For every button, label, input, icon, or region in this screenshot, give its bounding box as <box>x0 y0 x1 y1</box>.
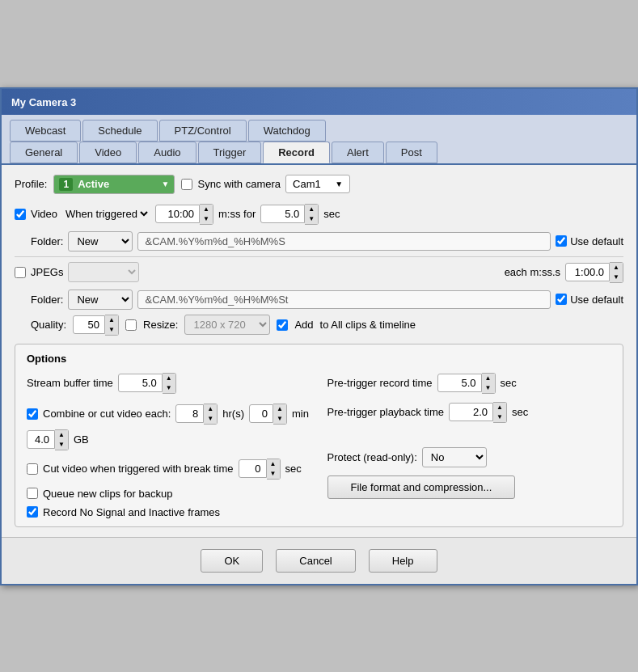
tab-webcast[interactable]: Webcast <box>10 120 81 142</box>
tab-audio[interactable]: Audio <box>138 142 196 163</box>
tab-video[interactable]: Video <box>79 142 137 163</box>
jpegs-folder-dropdown[interactable]: New Existing <box>68 290 133 310</box>
combine-hr-down[interactable]: ▼ <box>204 414 217 424</box>
video-trigger-dropdown[interactable]: When triggered Continuously No record <box>62 207 150 221</box>
video-sec-down[interactable]: ▼ <box>305 214 318 224</box>
combine-gb-input[interactable] <box>27 430 55 449</box>
pre-trigger-record-up[interactable]: ▲ <box>482 374 495 383</box>
cancel-button[interactable]: Cancel <box>276 549 355 573</box>
combine-min-input[interactable] <box>249 404 273 423</box>
video-use-default-label: Use default <box>570 235 623 247</box>
queue-checkbox[interactable] <box>27 488 38 499</box>
cam-dropdown-arrow: ▼ <box>335 180 343 188</box>
pre-trigger-record-spinner-btns: ▲ ▼ <box>482 373 496 394</box>
video-path-field: &CAM.%Y%m%d_%H%M%S <box>137 232 551 251</box>
jpegs-checkbox[interactable] <box>15 267 26 278</box>
file-format-row: File format and compression... <box>327 475 612 499</box>
quality-input[interactable] <box>73 315 105 334</box>
profile-dropdown[interactable]: 1 Active ▼ <box>53 175 175 194</box>
jpegs-time-spinner-btns: ▲ ▼ <box>610 262 623 283</box>
video-time-input[interactable] <box>155 205 200 223</box>
stream-buffer-label: Stream buffer time <box>27 377 113 389</box>
combine-label: Combine or cut video each: <box>43 408 171 420</box>
combine-hr-up[interactable]: ▲ <box>204 404 217 414</box>
video-folder-dropdown[interactable]: New Existing <box>68 231 133 251</box>
quality-up[interactable]: ▲ <box>105 315 118 325</box>
combine-min-up[interactable]: ▲ <box>273 404 286 414</box>
video-time-down[interactable]: ▼ <box>200 214 213 224</box>
quality-down[interactable]: ▼ <box>105 325 118 335</box>
tab-watchdog[interactable]: Watchdog <box>248 120 326 142</box>
combine-gb-spinner: ▲ ▼ <box>27 429 69 450</box>
queue-label: Queue new clips for backup <box>43 488 172 500</box>
cam-dropdown[interactable]: Cam1 ▼ <box>285 175 350 193</box>
pre-trigger-record-input[interactable] <box>437 374 482 392</box>
jpegs-dropdown[interactable] <box>68 262 139 282</box>
jpegs-section-row: JPEGs each m:ss.s ▲ ▼ <box>15 262 623 283</box>
combine-hr-input[interactable] <box>175 404 204 423</box>
tab-trigger[interactable]: Trigger <box>198 142 262 163</box>
protect-label: Protect (read-only): <box>327 451 417 463</box>
resize-checkbox[interactable] <box>125 319 137 331</box>
combine-min-spinner-btns: ▲ ▼ <box>273 404 287 425</box>
combine-row: Combine or cut video each: ▲ ▼ hr(s) <box>27 404 311 450</box>
cut-input[interactable] <box>239 459 267 478</box>
cut-checkbox[interactable] <box>27 463 38 475</box>
combine-min-label: min <box>292 408 309 420</box>
sync-label: Sync with camera <box>197 178 281 190</box>
combine-gb-down[interactable]: ▼ <box>55 440 68 450</box>
video-sec-input[interactable] <box>260 205 305 223</box>
options-grid: Stream buffer time ▲ ▼ Combine or cut <box>27 373 611 518</box>
ok-button[interactable]: OK <box>201 549 263 573</box>
cut-down[interactable]: ▼ <box>267 469 280 479</box>
stream-buffer-down[interactable]: ▼ <box>163 383 175 393</box>
quality-label: Quality: <box>31 319 66 331</box>
jpegs-time-up[interactable]: ▲ <box>610 263 623 273</box>
protect-dropdown[interactable]: No Yes <box>422 447 487 467</box>
cut-row: Cut video when triggered with break time… <box>27 459 311 480</box>
add-label: Add <box>294 319 313 331</box>
add-suffix: to All clips & timeline <box>320 319 416 331</box>
combine-min-down[interactable]: ▼ <box>273 414 286 424</box>
add-checkbox[interactable] <box>277 319 288 331</box>
tab-schedule[interactable]: Schedule <box>82 120 157 142</box>
jpegs-time-down[interactable]: ▼ <box>610 273 623 282</box>
pre-trigger-record-row: Pre-trigger record time ▲ ▼ sec <box>327 373 612 394</box>
pre-trigger-record-down[interactable]: ▼ <box>482 383 495 393</box>
pre-trigger-playback-input[interactable] <box>449 403 493 421</box>
footer: OK Cancel Help <box>2 537 636 584</box>
tab-post[interactable]: Post <box>386 142 437 163</box>
cut-spinner: ▲ ▼ <box>239 459 281 480</box>
video-time-spinner: ▲ ▼ <box>155 204 213 225</box>
stream-buffer-up[interactable]: ▲ <box>163 374 175 383</box>
video-sec-spinner-btns: ▲ ▼ <box>305 204 319 225</box>
quality-spinner-btns: ▲ ▼ <box>105 315 119 336</box>
divider-1 <box>15 256 623 257</box>
stream-buffer-input[interactable] <box>118 374 163 392</box>
combine-gb-up[interactable]: ▲ <box>55 430 68 440</box>
video-use-default-checkbox[interactable] <box>556 235 567 247</box>
top-tabs: Webcast Schedule PTZ/Control Watchdog <box>2 115 636 142</box>
video-checkbox[interactable] <box>15 209 26 220</box>
tab-alert[interactable]: Alert <box>332 142 384 163</box>
combine-checkbox[interactable] <box>27 408 38 420</box>
file-format-button[interactable]: File format and compression... <box>327 475 516 499</box>
no-signal-checkbox[interactable] <box>27 506 38 518</box>
jpegs-use-default-checkbox[interactable] <box>556 294 567 305</box>
video-sec-up[interactable]: ▲ <box>305 205 318 214</box>
pre-trigger-playback-spinner: ▲ ▼ <box>449 402 507 423</box>
profile-label: Profile: <box>15 178 47 190</box>
tab-record[interactable]: Record <box>263 142 330 163</box>
tab-general[interactable]: General <box>10 142 78 163</box>
cut-up[interactable]: ▲ <box>267 459 280 469</box>
help-button[interactable]: Help <box>369 549 437 573</box>
pre-trigger-playback-down[interactable]: ▼ <box>493 412 506 422</box>
resize-dropdown[interactable]: 1280 x 720 1920 x 1080 640 x 480 <box>184 315 270 335</box>
cam-value: Cam1 <box>293 178 321 190</box>
video-time-up[interactable]: ▲ <box>200 205 213 214</box>
tab-ptz[interactable]: PTZ/Control <box>159 120 247 142</box>
pre-trigger-record-suffix: sec <box>501 377 517 389</box>
jpegs-time-input[interactable] <box>565 263 610 281</box>
sync-checkbox[interactable] <box>181 179 192 190</box>
pre-trigger-playback-up[interactable]: ▲ <box>493 403 506 412</box>
